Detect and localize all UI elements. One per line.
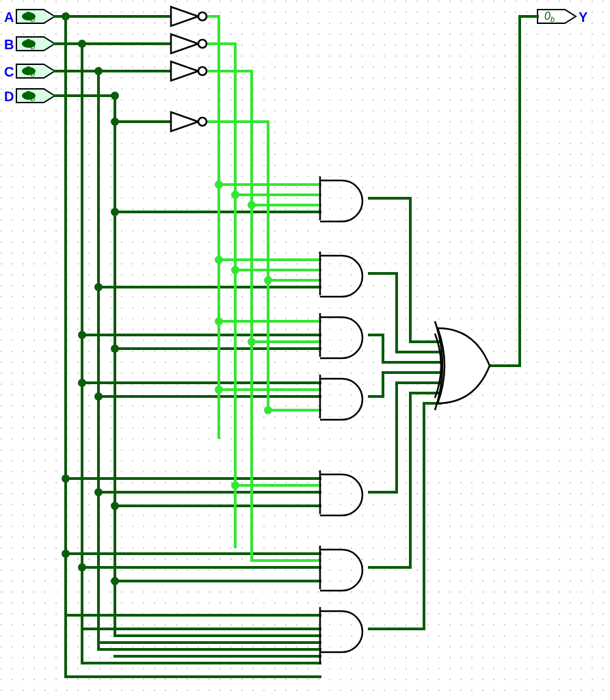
svg-point-13: [111, 92, 119, 100]
svg-point-31: [231, 266, 239, 274]
output-pin-Y[interactable]: 0b Y: [538, 10, 588, 25]
svg-point-23: [111, 502, 119, 510]
svg-point-12: [94, 67, 103, 75]
input-value-A: 0: [25, 10, 31, 22]
svg-point-30: [215, 256, 223, 264]
svg-point-29: [248, 201, 256, 209]
svg-point-21: [62, 474, 70, 483]
input-label-C: C: [4, 64, 14, 79]
svg-point-32: [264, 276, 272, 284]
svg-point-41: [198, 118, 207, 126]
output-label-Y: Y: [579, 10, 588, 25]
input-label-B: B: [4, 37, 14, 52]
svg-point-18: [111, 345, 119, 353]
svg-point-11: [78, 40, 86, 48]
svg-point-39: [198, 40, 207, 48]
circuit-canvas[interactable]: A 0b B 0b C 0b D 0b 0b Y: [0, 0, 610, 700]
svg-point-34: [248, 338, 256, 346]
svg-point-40: [198, 67, 207, 75]
svg-point-36: [264, 406, 272, 414]
svg-point-37: [231, 481, 239, 489]
svg-point-35: [215, 386, 223, 394]
svg-point-24: [62, 550, 70, 558]
svg-point-10: [62, 12, 70, 21]
svg-point-17: [78, 331, 86, 339]
svg-point-20: [94, 392, 103, 401]
input-label-A: A: [4, 10, 14, 25]
svg-point-14: [111, 118, 119, 126]
svg-point-22: [94, 488, 103, 496]
svg-point-38: [198, 12, 207, 21]
svg-point-25: [78, 563, 86, 571]
svg-point-33: [215, 317, 223, 325]
svg-point-19: [78, 379, 86, 387]
svg-point-16: [94, 283, 103, 291]
svg-point-15: [111, 208, 119, 216]
svg-point-28: [231, 191, 239, 199]
input-label-D: D: [4, 89, 14, 104]
svg-point-27: [215, 180, 223, 189]
svg-point-26: [111, 577, 119, 585]
